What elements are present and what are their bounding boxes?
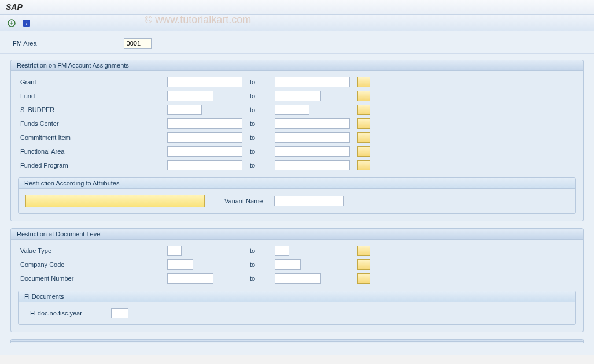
- title-bar: SAP: [0, 0, 594, 15]
- group-fm-assignments-body: GranttoFundtoS_BUDPERtoFunds CentertoCom…: [11, 71, 583, 221]
- assign-from-input[interactable]: [167, 105, 202, 115]
- fm-area-input[interactable]: [124, 38, 152, 49]
- to-label: to: [250, 106, 270, 113]
- multiple-selection-button[interactable]: [357, 146, 370, 157]
- group-fm-assignments-header: Restriction on FM Account Assignments: [11, 60, 583, 71]
- group-next-partial: [10, 339, 584, 343]
- multiple-selection-button[interactable]: [357, 160, 370, 170]
- execute-icon[interactable]: [6, 17, 17, 29]
- to-label: to: [250, 247, 270, 254]
- group-next-header: [11, 340, 583, 342]
- assign-to-input[interactable]: [275, 105, 309, 115]
- to-label: to: [250, 134, 270, 141]
- fm-area-label: FM Area: [10, 40, 37, 47]
- to-label: to: [250, 120, 270, 127]
- doc-to-input[interactable]: [275, 273, 321, 284]
- group-document-level-body: Value TypetoCompany CodetoDocument Numbe…: [11, 240, 583, 332]
- doc-label: Document Number: [18, 275, 163, 282]
- svg-text:i: i: [26, 20, 28, 27]
- doc-to-input[interactable]: [275, 246, 289, 256]
- to-label: to: [250, 261, 270, 268]
- assign-from-input[interactable]: [167, 146, 242, 157]
- assign-to-input[interactable]: [275, 77, 350, 87]
- header-area: FM Area: [0, 31, 594, 54]
- multiple-selection-button[interactable]: [357, 273, 370, 284]
- assign-to-input[interactable]: [275, 146, 350, 157]
- group-document-level: Restriction at Document Level Value Type…: [10, 228, 584, 332]
- assign-from-input[interactable]: [167, 118, 242, 129]
- subgroup-attributes-body: Variant Name: [19, 189, 575, 213]
- assign-label: Grant: [18, 79, 163, 86]
- assign-row: Functional Areato: [18, 145, 576, 158]
- assign-from-input[interactable]: [167, 91, 213, 101]
- info-icon[interactable]: i: [21, 17, 32, 29]
- doc-row: Document Numberto: [18, 272, 576, 285]
- to-label: to: [250, 275, 270, 282]
- subgroup-fi-documents: FI Documents FI doc.no.fisc.year: [18, 291, 576, 325]
- subgroup-attributes-header: Restriction According to Attributes: [19, 178, 575, 189]
- to-label: to: [250, 79, 270, 86]
- assign-row: Grantto: [18, 76, 576, 88]
- doc-label: Value Type: [18, 247, 163, 254]
- assign-from-input[interactable]: [167, 160, 242, 170]
- attributes-button[interactable]: [25, 195, 205, 207]
- multiple-selection-button[interactable]: [357, 118, 370, 129]
- assign-row: Fundto: [18, 90, 576, 102]
- doc-label: Company Code: [18, 261, 163, 268]
- assign-row: Funded Programto: [18, 159, 576, 172]
- to-label: to: [250, 148, 270, 155]
- doc-from-input[interactable]: [167, 273, 213, 284]
- fi-doc-input[interactable]: [111, 308, 128, 318]
- multiple-selection-button[interactable]: [357, 91, 370, 101]
- group-fm-assignments: Restriction on FM Account Assignments Gr…: [10, 60, 584, 221]
- group-document-level-header: Restriction at Document Level: [11, 229, 583, 240]
- assign-label: S_BUDPER: [18, 106, 163, 113]
- multiple-selection-button[interactable]: [357, 77, 370, 87]
- doc-to-input[interactable]: [275, 259, 301, 270]
- doc-from-input[interactable]: [167, 246, 182, 256]
- assign-label: Fund: [18, 92, 163, 99]
- assign-row: S_BUDPERto: [18, 103, 576, 116]
- subgroup-fi-body: FI doc.no.fisc.year: [19, 302, 575, 324]
- assign-label: Functional Area: [18, 148, 163, 155]
- multiple-selection-button[interactable]: [357, 132, 370, 143]
- assign-to-input[interactable]: [275, 160, 350, 170]
- doc-row: Value Typeto: [18, 244, 576, 257]
- assign-to-input[interactable]: [275, 118, 350, 129]
- assign-label: Commitment Item: [18, 134, 163, 141]
- assign-from-input[interactable]: [167, 77, 242, 87]
- doc-from-input[interactable]: [167, 259, 193, 270]
- assign-row: Funds Centerto: [18, 117, 576, 130]
- multiple-selection-button[interactable]: [357, 259, 370, 270]
- assign-label: Funds Center: [18, 120, 163, 127]
- variant-name-input[interactable]: [274, 196, 344, 206]
- variant-name-label: Variant Name: [222, 198, 263, 205]
- fi-doc-label: FI doc.no.fisc.year: [25, 310, 82, 317]
- subgroup-fi-header: FI Documents: [19, 291, 575, 302]
- assign-row: Commitment Itemto: [18, 131, 576, 144]
- assign-label: Funded Program: [18, 162, 163, 169]
- doc-row: Company Codeto: [18, 258, 576, 271]
- content: Restriction on FM Account Assignments Gr…: [0, 54, 594, 355]
- subgroup-attributes: Restriction According to Attributes Vari…: [18, 177, 576, 214]
- app-title: SAP: [6, 2, 23, 12]
- assign-to-input[interactable]: [275, 132, 350, 143]
- multiple-selection-button[interactable]: [357, 105, 370, 115]
- assign-to-input[interactable]: [275, 91, 321, 101]
- to-label: to: [250, 92, 270, 99]
- multiple-selection-button[interactable]: [357, 246, 370, 256]
- assign-from-input[interactable]: [167, 132, 242, 143]
- to-label: to: [250, 162, 270, 169]
- toolbar: i: [0, 15, 594, 31]
